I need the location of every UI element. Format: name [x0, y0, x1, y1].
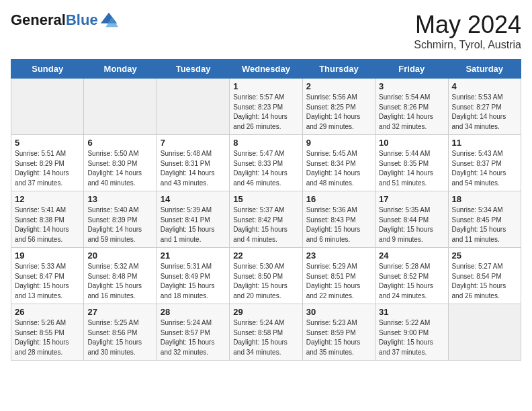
calendar-cell: 12 Sunrise: 5:41 AMSunset: 8:38 PMDaylig… [11, 191, 84, 248]
calendar-cell: 7 Sunrise: 5:48 AMSunset: 8:31 PMDayligh… [157, 135, 229, 191]
day-info: Sunrise: 5:44 AMSunset: 8:35 PMDaylight:… [379, 149, 444, 188]
day-number: 14 [161, 194, 226, 204]
calendar-cell: 9 Sunrise: 5:45 AMSunset: 8:34 PMDayligh… [302, 135, 375, 191]
day-info: Sunrise: 5:37 AMSunset: 8:42 PMDaylight:… [233, 205, 298, 244]
day-info: Sunrise: 5:22 AMSunset: 9:00 PMDaylight:… [379, 318, 444, 357]
month-title: May 2024 [414, 11, 521, 39]
day-number: 28 [161, 307, 226, 317]
calendar-table: SundayMondayTuesdayWednesdayThursdayFrid… [11, 59, 521, 361]
header-row: SundayMondayTuesdayWednesdayThursdayFrid… [11, 60, 521, 79]
day-info: Sunrise: 5:57 AMSunset: 8:23 PMDaylight:… [233, 93, 298, 132]
page-header: GeneralBlue May 2024 Schmirn, Tyrol, Aus… [11, 11, 521, 51]
calendar-cell: 29 Sunrise: 5:24 AMSunset: 8:58 PMDaylig… [230, 304, 302, 361]
calendar-cell: 15 Sunrise: 5:37 AMSunset: 8:42 PMDaylig… [230, 191, 302, 248]
day-number: 9 [306, 138, 371, 148]
day-info: Sunrise: 5:23 AMSunset: 8:59 PMDaylight:… [306, 318, 371, 357]
day-info: Sunrise: 5:48 AMSunset: 8:31 PMDaylight:… [161, 149, 226, 188]
calendar-cell: 23 Sunrise: 5:29 AMSunset: 8:51 PMDaylig… [302, 248, 375, 304]
day-number: 21 [161, 250, 226, 261]
day-number: 5 [15, 138, 80, 148]
day-number: 27 [87, 307, 152, 317]
day-header-monday: Monday [84, 60, 157, 79]
day-number: 10 [379, 138, 444, 148]
day-info: Sunrise: 5:27 AMSunset: 8:54 PMDaylight:… [452, 262, 517, 301]
calendar-cell: 25 Sunrise: 5:27 AMSunset: 8:54 PMDaylig… [448, 248, 521, 304]
day-number: 1 [233, 81, 298, 91]
day-number: 30 [306, 307, 371, 317]
calendar-cell [448, 304, 521, 361]
logo: GeneralBlue [11, 11, 118, 30]
location-title: Schmirn, Tyrol, Austria [414, 39, 521, 51]
day-header-thursday: Thursday [302, 60, 375, 79]
day-info: Sunrise: 5:31 AMSunset: 8:49 PMDaylight:… [161, 262, 226, 301]
calendar-cell: 26 Sunrise: 5:26 AMSunset: 8:55 PMDaylig… [11, 304, 84, 361]
day-number: 22 [233, 250, 298, 261]
day-number: 29 [233, 307, 298, 317]
calendar-cell: 14 Sunrise: 5:39 AMSunset: 8:41 PMDaylig… [157, 191, 229, 248]
day-info: Sunrise: 5:53 AMSunset: 8:27 PMDaylight:… [452, 93, 517, 132]
day-number: 19 [15, 250, 80, 261]
day-number: 26 [15, 307, 80, 317]
calendar-cell: 22 Sunrise: 5:30 AMSunset: 8:50 PMDaylig… [230, 248, 302, 304]
calendar-cell [84, 79, 157, 135]
day-number: 15 [233, 194, 298, 204]
day-number: 12 [15, 194, 80, 204]
calendar-cell: 27 Sunrise: 5:25 AMSunset: 8:56 PMDaylig… [84, 304, 157, 361]
day-number: 18 [452, 194, 517, 204]
day-info: Sunrise: 5:50 AMSunset: 8:30 PMDaylight:… [87, 149, 152, 188]
day-number: 24 [379, 250, 444, 261]
day-number: 8 [233, 138, 298, 148]
day-info: Sunrise: 5:29 AMSunset: 8:51 PMDaylight:… [306, 262, 371, 301]
day-number: 23 [306, 250, 371, 261]
calendar-week-4: 19 Sunrise: 5:33 AMSunset: 8:47 PMDaylig… [11, 248, 521, 304]
calendar-cell: 24 Sunrise: 5:28 AMSunset: 8:52 PMDaylig… [375, 248, 448, 304]
day-info: Sunrise: 5:35 AMSunset: 8:44 PMDaylight:… [379, 205, 444, 244]
calendar-cell: 17 Sunrise: 5:35 AMSunset: 8:44 PMDaylig… [375, 191, 448, 248]
day-number: 20 [87, 250, 152, 261]
calendar-cell: 21 Sunrise: 5:31 AMSunset: 8:49 PMDaylig… [157, 248, 229, 304]
calendar-cell: 8 Sunrise: 5:47 AMSunset: 8:33 PMDayligh… [230, 135, 302, 191]
day-number: 31 [379, 307, 444, 317]
day-info: Sunrise: 5:24 AMSunset: 8:58 PMDaylight:… [233, 318, 298, 357]
day-info: Sunrise: 5:51 AMSunset: 8:29 PMDaylight:… [15, 149, 80, 188]
calendar-week-5: 26 Sunrise: 5:26 AMSunset: 8:55 PMDaylig… [11, 304, 521, 361]
day-info: Sunrise: 5:54 AMSunset: 8:26 PMDaylight:… [379, 93, 444, 132]
calendar-cell: 19 Sunrise: 5:33 AMSunset: 8:47 PMDaylig… [11, 248, 84, 304]
day-info: Sunrise: 5:43 AMSunset: 8:37 PMDaylight:… [452, 149, 517, 188]
day-number: 11 [452, 138, 517, 148]
calendar-cell: 16 Sunrise: 5:36 AMSunset: 8:43 PMDaylig… [302, 191, 375, 248]
title-block: May 2024 Schmirn, Tyrol, Austria [414, 11, 521, 51]
day-number: 17 [379, 194, 444, 204]
day-header-tuesday: Tuesday [157, 60, 229, 79]
day-number: 13 [87, 194, 152, 204]
day-header-saturday: Saturday [448, 60, 521, 79]
day-info: Sunrise: 5:40 AMSunset: 8:39 PMDaylight:… [87, 205, 152, 244]
calendar-cell: 18 Sunrise: 5:34 AMSunset: 8:45 PMDaylig… [448, 191, 521, 248]
day-number: 6 [87, 138, 152, 148]
calendar-cell: 20 Sunrise: 5:32 AMSunset: 8:48 PMDaylig… [84, 248, 157, 304]
calendar-cell [157, 79, 229, 135]
day-info: Sunrise: 5:47 AMSunset: 8:33 PMDaylight:… [233, 149, 298, 188]
day-info: Sunrise: 5:41 AMSunset: 8:38 PMDaylight:… [15, 205, 80, 244]
calendar-cell: 30 Sunrise: 5:23 AMSunset: 8:59 PMDaylig… [302, 304, 375, 361]
day-number: 25 [452, 250, 517, 261]
calendar-week-3: 12 Sunrise: 5:41 AMSunset: 8:38 PMDaylig… [11, 191, 521, 248]
day-number: 4 [452, 81, 517, 91]
logo-icon [99, 11, 118, 30]
calendar-week-2: 5 Sunrise: 5:51 AMSunset: 8:29 PMDayligh… [11, 135, 521, 191]
day-info: Sunrise: 5:34 AMSunset: 8:45 PMDaylight:… [452, 205, 517, 244]
calendar-cell: 13 Sunrise: 5:40 AMSunset: 8:39 PMDaylig… [84, 191, 157, 248]
day-info: Sunrise: 5:45 AMSunset: 8:34 PMDaylight:… [306, 149, 371, 188]
calendar-cell [11, 79, 84, 135]
calendar-cell: 5 Sunrise: 5:51 AMSunset: 8:29 PMDayligh… [11, 135, 84, 191]
day-info: Sunrise: 5:32 AMSunset: 8:48 PMDaylight:… [87, 262, 152, 301]
day-info: Sunrise: 5:56 AMSunset: 8:25 PMDaylight:… [306, 93, 371, 132]
logo-text: GeneralBlue [11, 12, 98, 28]
day-info: Sunrise: 5:30 AMSunset: 8:50 PMDaylight:… [233, 262, 298, 301]
day-number: 16 [306, 194, 371, 204]
day-header-friday: Friday [375, 60, 448, 79]
calendar-cell: 10 Sunrise: 5:44 AMSunset: 8:35 PMDaylig… [375, 135, 448, 191]
calendar-cell: 6 Sunrise: 5:50 AMSunset: 8:30 PMDayligh… [84, 135, 157, 191]
calendar-cell: 1 Sunrise: 5:57 AMSunset: 8:23 PMDayligh… [230, 79, 302, 135]
day-info: Sunrise: 5:24 AMSunset: 8:57 PMDaylight:… [161, 318, 226, 357]
